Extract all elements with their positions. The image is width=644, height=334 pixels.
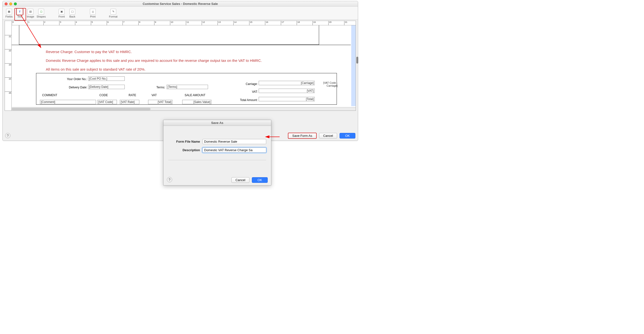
- col-vat: VAT: [152, 93, 157, 97]
- header-box: [19, 25, 319, 45]
- dialog-divider: [168, 160, 266, 160]
- carriage-label: Carriage:: [226, 82, 258, 86]
- horizontal-scrollbar[interactable]: [12, 107, 356, 110]
- description-input[interactable]: [202, 148, 266, 153]
- section-divider: [12, 45, 351, 45]
- salesvalue-field[interactable]: [Sales Value]: [182, 100, 212, 104]
- back-button[interactable]: ▢Back: [67, 8, 78, 18]
- image-button[interactable]: ▧Image: [25, 8, 36, 18]
- order-no-label: Your Order No.:: [46, 77, 87, 81]
- zoom-icon[interactable]: [14, 2, 17, 5]
- minimize-icon[interactable]: [9, 2, 12, 5]
- note-line-3: All items on this sale are subject to st…: [46, 67, 146, 71]
- page-edge: [351, 25, 356, 106]
- horizontal-ruler: 0123456789101112131415161718192021: [12, 21, 356, 25]
- note-line-1: Reverse Charge: Customer to pay the VAT …: [46, 50, 132, 54]
- comment-field[interactable]: [Comment]: [40, 100, 96, 104]
- vertical-ruler: 2122232425: [5, 25, 12, 110]
- ok-button[interactable]: OK: [340, 133, 355, 138]
- save-form-as-button[interactable]: Save Form As: [288, 133, 317, 139]
- carriage-field[interactable]: [Carriage]: [259, 81, 315, 85]
- delivery-label: Delivery Date:: [46, 86, 87, 89]
- total-label: Total Amount:: [226, 98, 258, 102]
- vatcode-field[interactable]: [VAT Code]: [98, 100, 117, 104]
- format-button[interactable]: ✎Format: [108, 8, 118, 18]
- text-button[interactable]: TText: [14, 8, 25, 18]
- col-code: CODE: [100, 93, 108, 97]
- col-amount: SALE AMOUNT: [185, 93, 205, 97]
- shapes-button[interactable]: ◻Shapes: [36, 8, 46, 18]
- save-as-dialog: Save As Form File Name Description ? Can…: [163, 120, 271, 186]
- cancel-button[interactable]: Cancel: [319, 133, 337, 138]
- description-label: Description: [168, 148, 202, 152]
- dialog-title: Save As: [164, 120, 271, 126]
- design-canvas[interactable]: 0123456789101112131415161718192021 21222…: [5, 21, 356, 111]
- vatrate-field[interactable]: [VAT Rate]: [120, 100, 139, 104]
- delivery-field[interactable]: [Delivery Date]: [88, 85, 125, 89]
- terms-label: Terms:: [143, 86, 165, 89]
- dialog-ok-button[interactable]: OK: [252, 177, 268, 183]
- fields-button[interactable]: ▦Fields: [4, 8, 14, 18]
- col-comment: COMMENT: [42, 93, 57, 97]
- vat-label: VAT:: [226, 90, 258, 93]
- close-icon[interactable]: [5, 2, 8, 5]
- form-page[interactable]: Reverse Charge: Customer to pay the VAT …: [12, 25, 356, 106]
- col-rate: RATE: [128, 93, 136, 97]
- window-grabber[interactable]: [356, 57, 358, 63]
- order-no-field[interactable]: [Cust PO No.]: [88, 76, 125, 81]
- scroll-thumb[interactable]: [12, 108, 150, 110]
- dialog-help-icon[interactable]: ?: [167, 177, 172, 182]
- front-button[interactable]: ▣Front: [56, 8, 67, 18]
- vat-field[interactable]: [VAT]: [259, 89, 315, 93]
- titlebar: Customise Service Sales - Domestic Rever…: [3, 1, 358, 6]
- file-name-input[interactable]: [202, 139, 266, 144]
- print-button[interactable]: ⎙Print: [88, 8, 98, 18]
- vat-code-carriage-field[interactable]: [VAT Code - Carriage]: [318, 81, 338, 87]
- total-field[interactable]: [Total]: [259, 97, 315, 101]
- note-line-2: Domestic Reverse Charge applies to this …: [46, 58, 262, 62]
- toolbar: ▦Fields TText ▧Image ◻Shapes ▣Front ▢Bac…: [3, 6, 358, 20]
- help-icon[interactable]: ?: [5, 133, 10, 138]
- file-name-label: Form File Name: [168, 140, 202, 143]
- terms-field[interactable]: [Terms]: [166, 85, 208, 89]
- window-title: Customise Service Sales - Domestic Rever…: [3, 1, 358, 6]
- vattotal-field[interactable]: [VAT Total]: [148, 100, 172, 104]
- dialog-cancel-button[interactable]: Cancel: [232, 177, 250, 183]
